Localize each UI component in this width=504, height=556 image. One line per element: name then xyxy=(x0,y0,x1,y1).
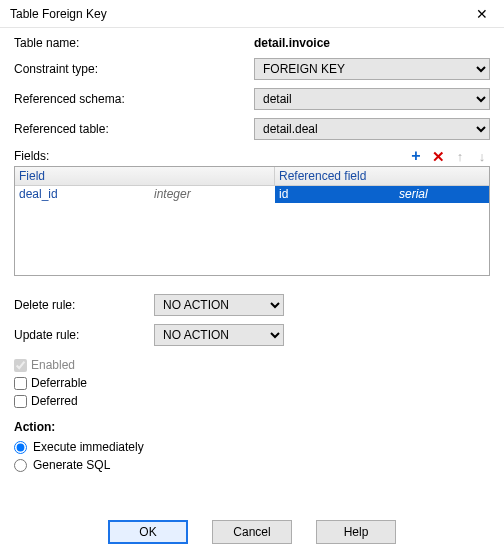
row-update-rule: Update rule: NO ACTION xyxy=(14,324,490,346)
titlebar: Table Foreign Key ✕ xyxy=(0,0,504,28)
generate-row: Generate SQL xyxy=(14,456,490,474)
fields-toolbar: + ✕ ↑ ↓ xyxy=(408,148,490,164)
table-name-value: detail.invoice xyxy=(154,36,490,50)
action-label: Action: xyxy=(14,420,490,434)
grid-header-row: Field Referenced field xyxy=(15,167,489,186)
row-table-name: Table name: detail.invoice xyxy=(14,36,490,50)
row-delete-rule: Delete rule: NO ACTION xyxy=(14,294,490,316)
execute-row: Execute immediately xyxy=(14,438,490,456)
arrow-up-icon[interactable]: ↑ xyxy=(452,148,468,164)
delete-rule-label: Delete rule: xyxy=(14,298,154,312)
table-name-label: Table name: xyxy=(14,36,154,50)
fields-header: Fields: + ✕ ↑ ↓ xyxy=(14,148,490,164)
ref-table-label: Referenced table: xyxy=(14,122,154,136)
deferrable-label: Deferrable xyxy=(31,376,87,390)
update-rule-select[interactable]: NO ACTION xyxy=(154,324,284,346)
cancel-button[interactable]: Cancel xyxy=(212,520,292,544)
deferred-checkbox[interactable] xyxy=(14,395,27,408)
fields-label: Fields: xyxy=(14,149,49,163)
help-button[interactable]: Help xyxy=(316,520,396,544)
delete-icon[interactable]: ✕ xyxy=(430,148,446,164)
ok-button[interactable]: OK xyxy=(108,520,188,544)
cell-ref-type: serial xyxy=(395,186,489,203)
cell-ref-name: id xyxy=(275,186,395,203)
enabled-label: Enabled xyxy=(31,358,75,372)
grid-header-ref[interactable]: Referenced field xyxy=(275,167,489,185)
generate-label: Generate SQL xyxy=(33,458,110,472)
close-icon: ✕ xyxy=(476,6,488,22)
enabled-checkbox xyxy=(14,359,27,372)
deferred-row: Deferred xyxy=(14,392,490,410)
window-title: Table Foreign Key xyxy=(10,7,107,21)
button-bar: OK Cancel Help xyxy=(0,520,504,544)
plus-icon[interactable]: + xyxy=(408,148,424,164)
enabled-row: Enabled xyxy=(14,356,490,374)
dialog-content: Table name: detail.invoice Constraint ty… xyxy=(0,28,504,474)
row-constraint-type: Constraint type: FOREIGN KEY xyxy=(14,58,490,80)
execute-label: Execute immediately xyxy=(33,440,144,454)
constraint-type-select[interactable]: FOREIGN KEY xyxy=(254,58,490,80)
fields-grid[interactable]: Field Referenced field deal_id integer i… xyxy=(14,166,490,276)
constraint-type-label: Constraint type: xyxy=(14,62,154,76)
ref-schema-select[interactable]: detail xyxy=(254,88,490,110)
row-ref-schema: Referenced schema: detail xyxy=(14,88,490,110)
arrow-down-icon[interactable]: ↓ xyxy=(474,148,490,164)
table-row[interactable]: deal_id integer id serial xyxy=(15,186,489,203)
deferrable-checkbox[interactable] xyxy=(14,377,27,390)
cell-field-type: integer xyxy=(150,186,275,203)
row-ref-table: Referenced table: detail.deal xyxy=(14,118,490,140)
deferrable-row: Deferrable xyxy=(14,374,490,392)
execute-radio[interactable] xyxy=(14,441,27,454)
close-button[interactable]: ✕ xyxy=(468,0,496,28)
ref-table-select[interactable]: detail.deal xyxy=(254,118,490,140)
generate-radio[interactable] xyxy=(14,459,27,472)
deferred-label: Deferred xyxy=(31,394,78,408)
update-rule-label: Update rule: xyxy=(14,328,154,342)
grid-header-field[interactable]: Field xyxy=(15,167,275,185)
cell-field-name: deal_id xyxy=(15,186,150,203)
delete-rule-select[interactable]: NO ACTION xyxy=(154,294,284,316)
ref-schema-label: Referenced schema: xyxy=(14,92,154,106)
